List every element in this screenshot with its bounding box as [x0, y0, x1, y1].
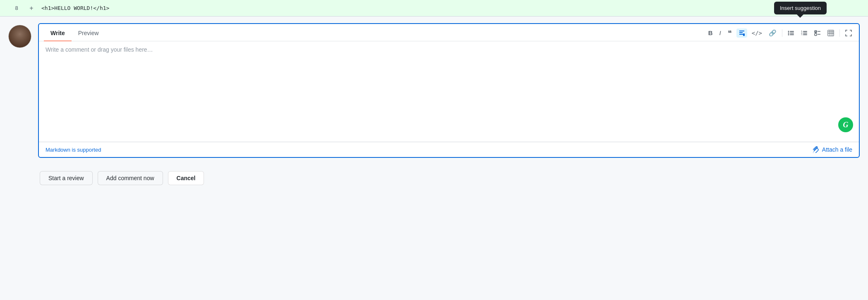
line-number: 8 — [0, 5, 25, 11]
comment-editor: Insert suggestion Write Preview B — [38, 23, 860, 158]
svg-rect-4 — [790, 33, 794, 33]
svg-rect-10 — [803, 33, 807, 33]
toolbar-divider-2 — [839, 29, 840, 37]
fullscreen-button[interactable] — [843, 29, 854, 38]
start-review-button[interactable]: Start a review — [40, 171, 93, 185]
ordered-list-button[interactable]: 1.2.3. — [799, 29, 810, 38]
toolbar-divider-1 — [782, 29, 782, 37]
quote-button[interactable]: ❝ — [726, 28, 734, 38]
svg-rect-2 — [790, 31, 794, 32]
markdown-supported-link[interactable]: Markdown is supported — [46, 147, 101, 153]
grammarly-icon: G — [843, 121, 849, 129]
svg-rect-8 — [803, 31, 807, 32]
cancel-button[interactable]: Cancel — [168, 171, 204, 185]
svg-rect-14 — [815, 33, 817, 36]
svg-rect-6 — [790, 34, 794, 35]
svg-point-5 — [788, 34, 789, 35]
attach-icon — [813, 146, 820, 153]
code-content: <h1>HELLO WORLD!</h1> — [38, 5, 109, 11]
editor-tabs-bar: Write Preview B I ❝ — [39, 24, 859, 41]
task-list-button[interactable] — [812, 29, 823, 38]
tab-preview[interactable]: Preview — [72, 27, 106, 41]
svg-point-3 — [788, 32, 789, 33]
svg-rect-17 — [828, 30, 834, 36]
bold-button[interactable]: B — [706, 29, 715, 37]
code-button[interactable]: </> — [750, 29, 764, 37]
unordered-list-button[interactable] — [786, 29, 796, 38]
link-button[interactable]: 🔗 — [767, 29, 779, 37]
table-button[interactable] — [825, 29, 836, 38]
avatar — [8, 25, 31, 48]
insert-suggestion-button[interactable] — [736, 29, 747, 38]
attach-file-button[interactable]: Attach a file — [813, 146, 852, 153]
svg-rect-12 — [803, 34, 807, 35]
tab-write[interactable]: Write — [44, 27, 72, 41]
editor-box: Write Preview B I ❝ — [38, 23, 860, 158]
add-comment-button[interactable]: Add comment now — [98, 171, 163, 185]
comment-textarea[interactable] — [39, 41, 859, 140]
action-buttons-group: Start a review Add comment now Cancel — [0, 164, 868, 192]
svg-point-1 — [788, 31, 789, 32]
svg-rect-0 — [743, 33, 745, 36]
grammarly-button[interactable]: G — [838, 117, 853, 132]
attach-file-label: Attach a file — [822, 146, 852, 153]
tab-group: Write Preview — [44, 27, 106, 41]
add-line-button[interactable]: + — [25, 5, 38, 12]
formatting-toolbar: B I ❝ </> 🔗 — [706, 28, 854, 40]
italic-button[interactable]: I — [717, 29, 723, 37]
svg-text:3.: 3. — [801, 33, 803, 36]
editor-bottom-bar: Markdown is supported Attach a file — [39, 142, 859, 157]
insert-suggestion-tooltip: Insert suggestion — [774, 2, 827, 14]
